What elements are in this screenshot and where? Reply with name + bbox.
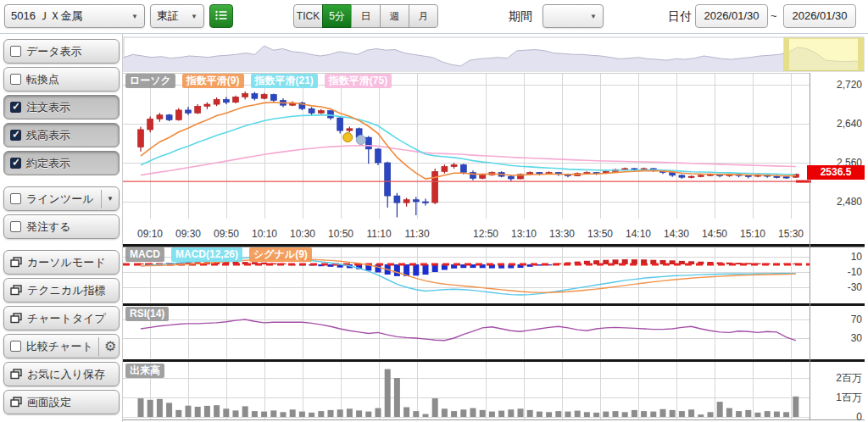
- svg-text:-30: -30: [848, 281, 863, 293]
- sidebar-item-comparison-chart[interactable]: 比較チャート ⚙: [3, 334, 120, 358]
- timeframe-tabs: TICK 5分 日 週 月: [293, 4, 438, 28]
- svg-text:10:30: 10:30: [290, 228, 315, 240]
- navigator-selection[interactable]: [784, 38, 863, 71]
- period-label: 期間: [509, 4, 532, 28]
- execution-marker-blue: [356, 136, 365, 145]
- svg-text:10:10: 10:10: [252, 228, 277, 240]
- svg-text:-10: -10: [848, 266, 863, 278]
- windows-icon: [10, 257, 22, 268]
- execution-marker-yellow: [343, 133, 353, 142]
- sidebar-item-data-display[interactable]: データ表示: [3, 39, 120, 64]
- sidebar-item-chart-type[interactable]: チャートタイプ: [3, 306, 120, 330]
- svg-text:14:50: 14:50: [702, 228, 727, 240]
- checkbox-icon: [10, 221, 21, 232]
- sidebar-item-balance-display[interactable]: 残高表示: [3, 123, 120, 147]
- line-tool-dropdown[interactable]: ▼: [101, 190, 115, 208]
- svg-text:14:30: 14:30: [664, 228, 689, 240]
- svg-text:14:10: 14:10: [626, 228, 651, 240]
- svg-text:2,480: 2,480: [837, 196, 862, 208]
- sidebar-item-save-favorite[interactable]: お気に入り保存: [3, 362, 120, 386]
- period-select[interactable]: ▼: [542, 4, 604, 28]
- windows-icon: [10, 285, 22, 296]
- svg-text:2,640: 2,640: [837, 118, 862, 130]
- sidebar-item-line-tool[interactable]: ラインツール ▼: [3, 186, 120, 211]
- exchange-select-value: 東証: [157, 8, 179, 24]
- tab-timeframe-day[interactable]: 日: [351, 4, 381, 28]
- svg-text:09:10: 09:10: [137, 228, 163, 240]
- date-from-input[interactable]: 2026/01/30: [695, 4, 768, 28]
- symbol-select-value: 5016 ＪＸ金属: [11, 8, 83, 24]
- svg-text:10:50: 10:50: [328, 228, 353, 240]
- current-price-badge: 2536.5: [807, 165, 865, 180]
- svg-text:12:50: 12:50: [473, 228, 498, 240]
- sidebar-item-turning-point[interactable]: 転換点: [3, 67, 120, 92]
- sidebar-item-place-order[interactable]: 発注する: [3, 214, 120, 239]
- svg-text:11:10: 11:10: [366, 228, 391, 240]
- chevron-down-icon: ▼: [126, 13, 138, 20]
- tab-timeframe-week[interactable]: 週: [380, 4, 409, 28]
- chevron-down-icon: ▼: [585, 13, 597, 20]
- gear-icon: ⚙: [104, 341, 116, 353]
- chevron-down-icon: ▼: [107, 195, 114, 203]
- ema9-line: [141, 103, 796, 179]
- sidebar-item-technical-indicators[interactable]: テクニカル指標: [3, 278, 120, 303]
- svg-text:2,720: 2,720: [837, 79, 862, 91]
- windows-icon: [10, 397, 22, 408]
- tab-timeframe-tick[interactable]: TICK: [293, 4, 323, 28]
- list-icon: [214, 9, 228, 24]
- sidebar-item-order-display[interactable]: 注文表示: [3, 95, 120, 119]
- svg-text:13:50: 13:50: [587, 228, 613, 240]
- navigator-handle-right[interactable]: [858, 38, 863, 71]
- sidebar-item-execution-display[interactable]: 約定表示: [3, 151, 120, 175]
- tab-timeframe-month[interactable]: 月: [409, 4, 438, 28]
- svg-text:11:30: 11:30: [404, 228, 429, 240]
- svg-text:2百万: 2百万: [836, 372, 862, 384]
- svg-text:09:30: 09:30: [175, 228, 201, 240]
- windows-icon: [10, 369, 22, 380]
- checkbox-icon: [10, 74, 21, 85]
- date-label: 日付: [668, 4, 692, 28]
- svg-text:15:30: 15:30: [778, 228, 804, 240]
- date-range-tilde: ~: [771, 4, 777, 28]
- symbol-list-button[interactable]: [209, 4, 233, 28]
- svg-text:30: 30: [851, 332, 863, 344]
- svg-text:70: 70: [851, 314, 863, 325]
- checkbox-checked-icon: [10, 130, 21, 141]
- exchange-select[interactable]: 東証 ▼: [150, 4, 204, 28]
- checkbox-checked-icon: [10, 158, 21, 169]
- svg-text:13:30: 13:30: [549, 228, 575, 240]
- svg-text:1百万: 1百万: [836, 391, 862, 403]
- toolbar: 5016 ＪＸ金属 ▼ 東証 ▼ TICK 5分 日 週 月 期間 ▼ 日付 2…: [0, 0, 868, 34]
- chart-region: 2,7202,6402,5602,48010-10-3070302百万1百万00…: [123, 34, 868, 422]
- windows-icon: [10, 313, 22, 324]
- checkbox-icon: [10, 193, 21, 204]
- tab-timeframe-5min[interactable]: 5分: [322, 4, 352, 28]
- svg-text:09:50: 09:50: [214, 228, 239, 240]
- sidebar: データ表示 転換点 注文表示 残高表示 約定表示 ラインツール ▼ 発注する: [0, 34, 123, 422]
- navigator-handle-left[interactable]: [784, 38, 789, 71]
- rsi-line: [141, 319, 796, 341]
- chevron-down-icon: ▼: [186, 13, 198, 20]
- svg-text:0: 0: [856, 411, 862, 422]
- checkbox-checked-icon: [10, 102, 21, 113]
- svg-text:10: 10: [851, 251, 863, 263]
- svg-text:13:10: 13:10: [511, 228, 537, 240]
- price-chart-canvas[interactable]: 2,7202,6402,5602,48010-10-3070302百万1百万00…: [123, 34, 868, 422]
- date-to-input[interactable]: 2026/01/30: [783, 4, 856, 28]
- sidebar-item-cursor-mode[interactable]: カーソルモード: [3, 250, 120, 275]
- checkbox-icon: [10, 341, 21, 352]
- symbol-select[interactable]: 5016 ＪＸ金属 ▼: [4, 4, 145, 28]
- sidebar-item-screen-settings[interactable]: 画面設定: [3, 390, 120, 414]
- checkbox-icon: [10, 46, 21, 57]
- comparison-chart-settings[interactable]: ⚙: [98, 337, 118, 356]
- svg-text:15:10: 15:10: [740, 228, 765, 240]
